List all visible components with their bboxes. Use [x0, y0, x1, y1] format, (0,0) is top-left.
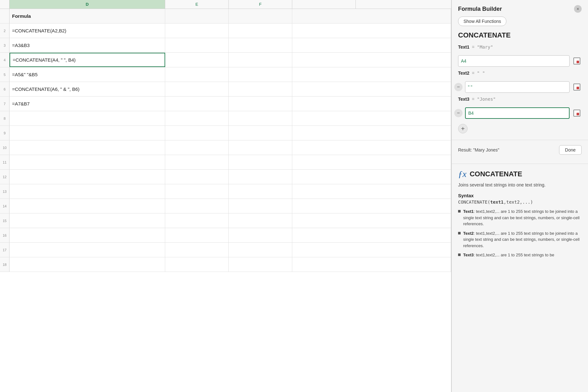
row-number: 11	[0, 155, 10, 169]
cell-ref-icon-3	[573, 110, 580, 117]
cell-f-7[interactable]	[229, 97, 292, 111]
col-header-d[interactable]: D	[10, 0, 165, 9]
cell-d-6[interactable]: =CONCATENATE(A6, " & ", B6)	[10, 82, 165, 96]
remove-arg2-button[interactable]: −	[454, 83, 463, 91]
cell-d-2[interactable]: =CONCATENATE(A2,B2)	[10, 24, 165, 38]
cell-d-8[interactable]	[10, 111, 165, 125]
cell-e-14[interactable]	[165, 199, 229, 213]
show-all-functions-button[interactable]: Show All Functions	[458, 17, 506, 26]
cell-e-15[interactable]	[165, 213, 229, 228]
row-number: 15	[0, 213, 10, 228]
arg1-input[interactable]	[458, 55, 570, 67]
arg1-val: "Mary"	[477, 44, 493, 50]
cell-e-2[interactable]	[165, 24, 229, 38]
cell-f-10[interactable]	[229, 140, 292, 155]
cell-extra-5	[292, 67, 451, 82]
cell-e-7[interactable]	[165, 97, 229, 111]
cell-d-3[interactable]: =A3&B3	[10, 38, 165, 52]
row-number: 10	[0, 140, 10, 155]
cell-f-16[interactable]	[229, 228, 292, 242]
cell-d-15[interactable]	[10, 213, 165, 228]
cell-e-17[interactable]	[165, 243, 229, 257]
cell-e-3[interactable]	[165, 38, 229, 52]
table-row: 8	[0, 111, 451, 126]
add-argument-button[interactable]: +	[458, 124, 468, 133]
cell-d-5[interactable]: =A5&" "&B5	[10, 67, 165, 82]
cell-d-10[interactable]	[10, 140, 165, 155]
row-number: 12	[0, 170, 10, 184]
cell-d-16[interactable]	[10, 228, 165, 242]
cell-f-17[interactable]	[229, 243, 292, 257]
table-row: Formula	[0, 9, 451, 24]
cell-d-9[interactable]	[10, 126, 165, 140]
divider-2	[452, 164, 588, 164]
cell-extra-2	[292, 24, 451, 38]
cell-f-2[interactable]	[229, 24, 292, 38]
cell-f-header[interactable]	[229, 9, 292, 23]
cell-f-5[interactable]	[229, 67, 292, 82]
cell-f-18[interactable]	[229, 257, 292, 272]
done-button[interactable]: Done	[559, 145, 582, 155]
cell-d-header[interactable]: Formula	[10, 9, 165, 23]
result-text: Result: "Mary Jones"	[458, 147, 499, 152]
bullet-icon	[458, 253, 461, 256]
table-row: 3 =A3&B3	[0, 38, 451, 53]
cell-e-13[interactable]	[165, 184, 229, 199]
arg1-input-row	[452, 55, 588, 67]
cell-d-11[interactable]	[10, 155, 165, 169]
cell-d-12[interactable]	[10, 170, 165, 184]
arg3-input[interactable]	[465, 107, 570, 119]
cell-e-11[interactable]	[165, 155, 229, 169]
col-header-f[interactable]: F	[229, 0, 292, 9]
cell-extra-7	[292, 97, 451, 111]
cell-f-8[interactable]	[229, 111, 292, 125]
cell-f-11[interactable]	[229, 155, 292, 169]
table-row: 15	[0, 213, 451, 228]
cell-e-18[interactable]	[165, 257, 229, 272]
cell-extra-18	[292, 257, 451, 272]
col-header-e[interactable]: E	[165, 0, 229, 9]
cell-f-12[interactable]	[229, 170, 292, 184]
cell-f-3[interactable]	[229, 38, 292, 52]
cell-d-17[interactable]	[10, 243, 165, 257]
cell-f-9[interactable]	[229, 126, 292, 140]
cell-e-12[interactable]	[165, 170, 229, 184]
remove-arg3-button[interactable]: −	[454, 109, 463, 117]
arg1-cell-ref-button[interactable]	[572, 56, 582, 66]
close-button[interactable]: ×	[574, 5, 582, 13]
cell-f-13[interactable]	[229, 184, 292, 199]
cell-e-4[interactable]	[165, 53, 229, 67]
cell-f-4[interactable]	[229, 53, 292, 67]
arg2-input[interactable]	[465, 81, 570, 93]
cell-d-7[interactable]: =A7&B7	[10, 97, 165, 111]
cell-e-9[interactable]	[165, 126, 229, 140]
cell-e-16[interactable]	[165, 228, 229, 242]
table-row: 12	[0, 170, 451, 184]
fx-symbol: ƒx	[458, 169, 466, 179]
arg2-cell-ref-button[interactable]	[572, 82, 582, 92]
arg1-label: Text1 = "Mary"	[458, 44, 582, 50]
table-row: 5 =A5&" "&B5	[0, 67, 451, 82]
cell-f-15[interactable]	[229, 213, 292, 228]
row-number: 16	[0, 228, 10, 242]
divider	[452, 140, 588, 140]
cell-e-8[interactable]	[165, 111, 229, 125]
param-text-1: Text1: text1,text2,... are 1 to 255 text…	[463, 208, 582, 227]
cell-e-header[interactable]	[165, 9, 229, 23]
cell-d-4[interactable]: =CONCATENATE(A4, " ", B4)	[10, 53, 165, 67]
cell-extra-6	[292, 82, 451, 96]
list-item: Text1: text1,text2,... are 1 to 255 text…	[458, 208, 582, 227]
arg3-name: Text3	[458, 97, 470, 102]
cell-d-13[interactable]	[10, 184, 165, 199]
arg3-input-row: −	[452, 107, 588, 119]
cell-d-14[interactable]	[10, 199, 165, 213]
arg3-cell-ref-button[interactable]	[572, 108, 582, 118]
cell-f-14[interactable]	[229, 199, 292, 213]
arg3-val: "Jones"	[477, 97, 496, 102]
cell-e-5[interactable]	[165, 67, 229, 82]
cell-d-18[interactable]	[10, 257, 165, 272]
cell-e-6[interactable]	[165, 82, 229, 96]
cell-f-6[interactable]	[229, 82, 292, 96]
cell-e-10[interactable]	[165, 140, 229, 155]
arg3-label: Text3 = "Jones"	[458, 97, 582, 102]
